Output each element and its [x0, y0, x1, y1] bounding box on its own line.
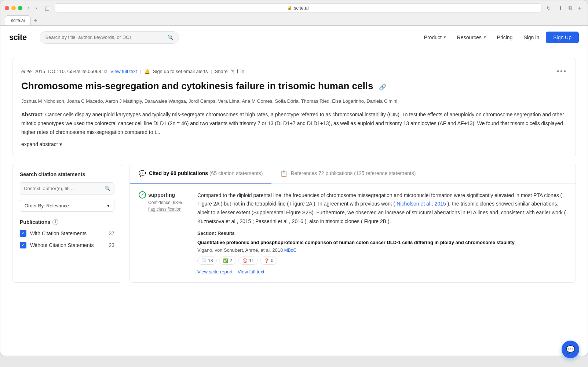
ref-paper-title: Quantitative proteomic and phosphoproteo…	[197, 239, 567, 246]
paper-doi: 2015	[34, 69, 45, 74]
sidebar: Search citation statements 🔍 Order By: R…	[12, 164, 122, 283]
paper-authors: Joshua M Nicholson, Joana C Macedo, Aaro…	[21, 98, 567, 105]
stat-pill-supporting: ✅ 2	[219, 257, 236, 265]
browser-forward-button[interactable]: ›	[33, 4, 39, 12]
new-tab-button[interactable]: +	[31, 16, 40, 25]
browser-share-button[interactable]: ⬆	[556, 4, 565, 12]
badge-label: supporting	[148, 192, 175, 198]
stat-pill-mentioning: ❓ 0	[260, 257, 277, 265]
publications-info-icon[interactable]: i	[52, 219, 58, 225]
citation-actions: View scite report View full text	[197, 269, 567, 275]
browser-add-tab-button[interactable]: +	[576, 4, 583, 12]
checkmark-icon-2: ✓	[22, 243, 25, 247]
browser-dot-red	[5, 6, 9, 10]
lock-icon: 🔒	[287, 6, 292, 10]
chat-icon: 💬	[566, 345, 575, 354]
search-statements-input[interactable]: 🔍	[20, 182, 114, 195]
citation-highlight-link[interactable]: Nicholson et al , 2015	[397, 201, 446, 207]
resources-chevron-icon: ▼	[483, 35, 487, 39]
citation-area: 💬 Cited by 60 publications (65 citation …	[129, 164, 576, 283]
references-icon: 📋	[280, 170, 288, 177]
paper-doi-text: DOI: 10.7554/elife.05068	[48, 69, 101, 74]
search-statements-icon: 🔍	[105, 186, 110, 191]
tab-label: scite.ai	[11, 18, 25, 23]
cited-by-icon: 💬	[139, 170, 146, 177]
ref-paper-link[interactable]: MBoC	[284, 248, 296, 253]
paper-card: eLife 2015 DOI: 10.7554/elife.05068 ⧉ Vi…	[12, 58, 576, 156]
view-full-text-link-2[interactable]: View full text	[238, 269, 264, 275]
navbar: scite_ 🔍 Product ▼ Resources ▼ Pricing S…	[0, 26, 588, 49]
citation-content: Compared to the diploid parental line, t…	[197, 191, 567, 275]
signin-button[interactable]: Sign in	[518, 32, 544, 43]
link-icon[interactable]: 🔗	[379, 84, 386, 90]
browser-copy-button[interactable]: ⧉	[566, 4, 574, 12]
search-input[interactable]	[45, 34, 167, 40]
browser-dot-yellow	[11, 6, 16, 10]
search-bar[interactable]: 🔍	[40, 31, 179, 44]
cited-by-tab[interactable]: 💬 Cited by 60 publications (65 citation …	[130, 164, 271, 184]
with-citation-checkbox[interactable]: ✓	[20, 230, 26, 237]
expand-abstract-button[interactable]: expand abstract ▾	[21, 141, 62, 147]
browser-layout-button[interactable]: ◫	[43, 4, 52, 12]
with-citation-checkbox-item: ✓ With Citation Statements 37	[20, 230, 114, 237]
with-citation-count: 37	[109, 230, 114, 236]
abstract-text: Abstract: Cancer cells display aneuploid…	[21, 110, 567, 137]
without-citation-label: Without Citation Statements	[30, 242, 105, 248]
facebook-icon[interactable]: f	[237, 69, 238, 75]
paper-title: Chromosome mis-segregation and cytokines…	[21, 80, 567, 92]
citation-items: ✓ supporting Confidence: 93% flag classi…	[130, 184, 576, 283]
copy-doi-icon[interactable]: ⧉	[104, 69, 107, 74]
citation-item: ✓ supporting Confidence: 93% flag classi…	[130, 184, 576, 283]
supporting-badge: ✓ supporting	[139, 191, 190, 199]
more-options-button[interactable]: •••	[557, 67, 567, 76]
browser-back-button[interactable]: ‹	[25, 4, 32, 12]
site-logo[interactable]: scite_	[9, 33, 31, 42]
chat-bubble[interactable]: 💬	[562, 341, 579, 356]
address-bar[interactable]: 🔒 scite.ai	[55, 3, 541, 12]
citation-badge-col: ✓ supporting Confidence: 93% flag classi…	[139, 191, 190, 275]
block-icon: 🚫	[242, 258, 248, 263]
signup-button[interactable]: Sign Up	[546, 32, 579, 43]
checkmark-icon: ✓	[22, 231, 25, 236]
twitter-icon[interactable]: 𝕏	[231, 69, 235, 75]
statements-search-field[interactable]	[24, 186, 105, 191]
browser-tab[interactable]: scite.ai	[5, 15, 31, 25]
nav-resources[interactable]: Resources ▼	[453, 32, 491, 43]
bell-icon: 🔔	[144, 69, 150, 74]
section-label: Section: Results	[197, 230, 567, 236]
references-tab[interactable]: 📋 References 72 publications (125 refere…	[271, 164, 424, 184]
citation-tabs: 💬 Cited by 60 publications (65 citation …	[130, 164, 576, 184]
without-citation-count: 23	[109, 242, 114, 248]
share-label: Share	[215, 69, 228, 74]
linkedin-icon[interactable]: in	[240, 69, 244, 75]
browser-reload-button[interactable]: ↻	[544, 4, 553, 12]
without-citation-checkbox[interactable]: ✓	[20, 242, 26, 248]
nav-product[interactable]: Product ▼	[420, 32, 451, 43]
email-alert-text: Sign up to set email alerts	[153, 69, 208, 74]
order-chevron-icon: ▾	[107, 203, 110, 208]
abstract-label: Abstract:	[21, 112, 44, 117]
journal-badge: eLife	[21, 69, 32, 74]
supporting-icon: ✓	[139, 191, 146, 199]
confidence-text: Confidence: 93%	[148, 200, 190, 205]
view-full-text-link[interactable]: View full text	[110, 69, 137, 74]
document-icon: 📄	[201, 258, 207, 263]
view-scite-report-link[interactable]: View scite report	[197, 269, 233, 275]
check-icon: ✅	[223, 258, 228, 263]
social-icons: 𝕏 f in	[231, 69, 245, 75]
url-text: scite.ai	[294, 5, 308, 11]
sidebar-title: Search citation statements	[20, 171, 114, 177]
search-icon: 🔍	[167, 34, 174, 40]
stat-pill-contrasting: 🚫 11	[238, 257, 258, 265]
page-content: eLife 2015 DOI: 10.7554/elife.05068 ⧉ Vi…	[0, 49, 588, 291]
publications-header: Publications i	[20, 219, 114, 225]
flag-classification-link[interactable]: flag classification	[148, 207, 190, 212]
stats-row: 📄 18 ✅ 2 🚫 11	[197, 257, 567, 265]
with-citation-label: With Citation Statements	[30, 230, 105, 237]
citation-text: Compared to the diploid parental line, t…	[197, 191, 567, 226]
nav-pricing[interactable]: Pricing	[493, 32, 517, 43]
product-chevron-icon: ▼	[443, 35, 447, 39]
order-by-select[interactable]: Order By: Relevance ▾	[20, 200, 114, 212]
stat-pill-total: 📄 18	[197, 257, 217, 265]
chevron-down-icon: ▾	[59, 141, 62, 147]
